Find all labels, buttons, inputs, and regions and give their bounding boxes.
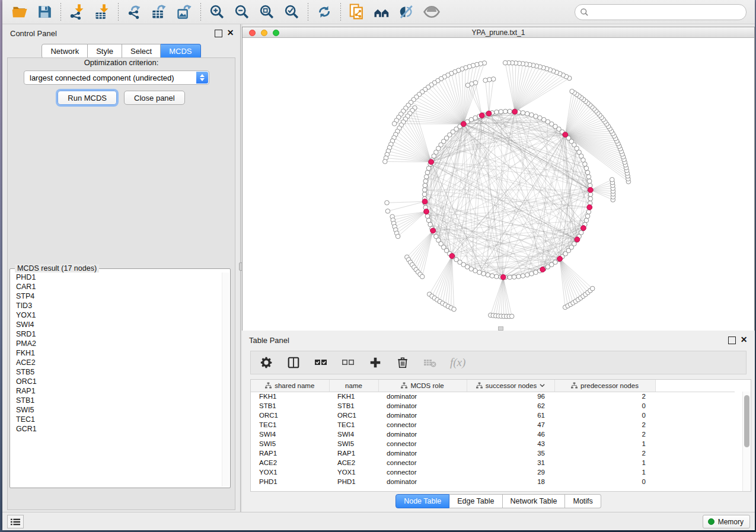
table-cell[interactable]: 0 <box>554 401 655 411</box>
table-cell[interactable]: SWI5 <box>251 439 329 448</box>
table-cell[interactable]: SWI4 <box>251 430 329 439</box>
table-cell[interactable]: 1 <box>554 467 655 477</box>
table-row[interactable]: FKH1FKH1dominator962 <box>251 392 735 401</box>
table-cell[interactable]: 2 <box>554 420 655 430</box>
table-cell[interactable]: ORC1 <box>329 411 378 420</box>
float-table-panel-icon[interactable] <box>728 336 736 344</box>
close-panel-icon[interactable]: ✕ <box>227 30 234 37</box>
memory-button[interactable]: Memory <box>703 515 750 528</box>
export-table-icon[interactable] <box>151 3 168 21</box>
table-cell[interactable]: STB1 <box>251 401 329 411</box>
table-cell[interactable]: 0 <box>554 477 655 486</box>
mcds-result-item[interactable]: CAR1 <box>16 282 221 291</box>
close-panel-button[interactable]: Close panel <box>124 91 185 105</box>
mcds-result-scrollbar[interactable] <box>222 273 229 486</box>
zoom-selected-icon[interactable] <box>283 3 301 21</box>
network-canvas[interactable] <box>243 38 754 331</box>
new-network-from-selection-icon[interactable] <box>348 3 366 21</box>
tab-style[interactable]: Style <box>88 44 122 59</box>
network-splitter-handle[interactable] <box>498 326 503 331</box>
table-cell[interactable]: 2 <box>554 448 655 458</box>
mcds-result-item[interactable]: GCR1 <box>16 424 221 434</box>
optimization-criterion-dropdown[interactable]: largest connected component (undirected) <box>24 70 209 85</box>
network-graph[interactable] <box>243 38 754 331</box>
table-cell[interactable]: 43 <box>467 439 554 448</box>
column-header-shared-name[interactable]: shared name <box>251 380 329 392</box>
float-panel-icon[interactable] <box>215 30 222 37</box>
add-column-icon[interactable] <box>368 355 382 370</box>
mcds-result-list[interactable]: PHD1CAR1STP4TID3YOX1SWI4SRD1PMA2FKH1ACE2… <box>11 273 221 486</box>
table-row[interactable]: ORC1ORC1dominator610 <box>251 411 735 420</box>
zoom-fit-icon[interactable] <box>258 3 276 21</box>
hide-selection-icon[interactable] <box>398 3 416 21</box>
table-cell[interactable]: YOX1 <box>251 467 329 477</box>
table-row[interactable]: ACE2ACE2connector311 <box>251 458 735 467</box>
table-cell[interactable]: 31 <box>467 458 554 467</box>
column-header-predecessor-nodes[interactable]: predecessor nodes <box>554 380 655 392</box>
table-cell[interactable]: PHD1 <box>329 477 378 486</box>
function-builder-icon[interactable]: f(x) <box>450 356 465 369</box>
table-cell[interactable]: 1 <box>554 458 655 467</box>
search-network-icon[interactable] <box>373 3 391 21</box>
table-cell[interactable]: dominator <box>378 401 467 411</box>
table-cell[interactable]: connector <box>378 439 467 448</box>
mcds-result-item[interactable]: SWI5 <box>16 405 221 415</box>
mcds-result-item[interactable]: TEC1 <box>16 415 221 424</box>
table-cell[interactable]: YOX1 <box>329 467 378 477</box>
table-row[interactable]: SWI4SWI4dominator462 <box>251 430 735 439</box>
delete-column-icon[interactable] <box>395 355 410 370</box>
settings-gear-icon[interactable] <box>259 355 273 370</box>
column-header-MCDS-role[interactable]: MCDS role <box>378 380 467 392</box>
tab-node-table[interactable]: Node Table <box>395 494 449 508</box>
mcds-result-item[interactable]: RAP1 <box>16 386 221 396</box>
select-all-icon[interactable] <box>314 355 328 370</box>
tab-select[interactable]: Select <box>122 44 161 59</box>
network-window-titlebar[interactable]: YPA_prune.txt_1 <box>243 27 754 38</box>
export-image-icon[interactable] <box>176 3 193 21</box>
table-cell[interactable]: ORC1 <box>251 411 329 420</box>
search-input[interactable] <box>575 4 747 20</box>
table-row[interactable]: PHD1PHD1dominator180 <box>251 477 735 486</box>
table-cell[interactable]: SWI4 <box>329 430 378 439</box>
table-row[interactable]: STB1STB1dominator620 <box>251 401 735 411</box>
table-row[interactable]: SWI5SWI5connector431 <box>251 439 735 448</box>
delete-table-icon[interactable] <box>423 355 437 370</box>
table-cell[interactable]: dominator <box>378 430 467 439</box>
close-table-panel-icon[interactable]: ✕ <box>740 336 748 344</box>
table-cell[interactable]: 29 <box>467 467 554 477</box>
table-cell[interactable]: 2 <box>554 430 655 439</box>
mcds-result-item[interactable]: FKH1 <box>16 348 221 358</box>
table-cell[interactable]: 61 <box>467 411 554 420</box>
table-cell[interactable]: STB1 <box>329 401 378 411</box>
table-cell[interactable]: dominator <box>378 392 467 401</box>
mcds-result-item[interactable]: STB5 <box>16 367 221 377</box>
tab-motifs[interactable]: Motifs <box>565 494 601 508</box>
table-cell[interactable]: FKH1 <box>329 392 378 401</box>
mcds-result-item[interactable]: PMA2 <box>16 339 221 348</box>
tab-mcds[interactable]: MCDS <box>161 44 200 59</box>
task-history-button[interactable] <box>7 515 24 528</box>
table-cell[interactable]: dominator <box>378 411 467 420</box>
table-cell[interactable]: FKH1 <box>251 392 329 401</box>
show-selection-icon[interactable] <box>423 3 441 21</box>
mcds-result-item[interactable]: TID3 <box>16 301 221 310</box>
mcds-result-item[interactable]: YOX1 <box>16 310 221 320</box>
table-cell[interactable]: dominator <box>378 477 467 486</box>
table-scrollbar-thumb[interactable] <box>744 395 749 447</box>
table-cell[interactable]: 1 <box>554 439 655 448</box>
table-cell[interactable]: 18 <box>467 477 554 486</box>
mcds-result-item[interactable]: ORC1 <box>16 377 221 386</box>
tab-network-table[interactable]: Network Table <box>503 494 566 508</box>
mcds-result-item[interactable]: SWI4 <box>16 320 221 329</box>
table-cell[interactable]: RAP1 <box>329 448 378 458</box>
table-cell[interactable]: connector <box>378 420 467 430</box>
column-header-successor-nodes[interactable]: successor nodes <box>467 380 554 392</box>
table-scrollbar[interactable] <box>742 392 751 491</box>
mcds-result-item[interactable]: SRD1 <box>16 329 221 339</box>
save-icon[interactable] <box>36 3 53 21</box>
zoom-in-icon[interactable] <box>208 3 226 21</box>
export-network-icon[interactable] <box>126 3 143 21</box>
deselect-all-icon[interactable] <box>341 355 355 370</box>
table-cell[interactable]: 2 <box>554 392 655 401</box>
import-table-icon[interactable] <box>93 3 111 21</box>
